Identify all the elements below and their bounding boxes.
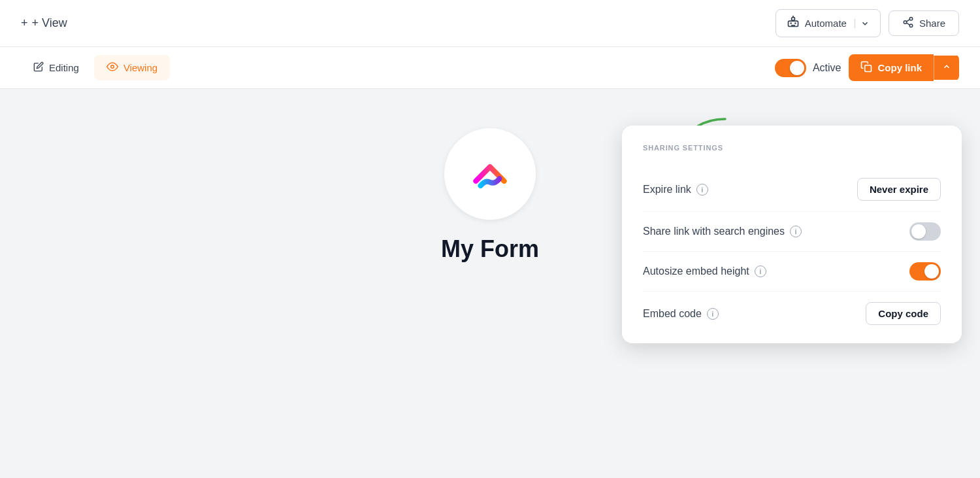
form-logo: [444, 128, 536, 220]
embed-code-row: Embed code i Copy code: [643, 292, 941, 325]
chevron-up-icon: [942, 62, 951, 73]
tab-editing[interactable]: Editing: [21, 56, 91, 80]
automate-label: Automate: [805, 18, 847, 29]
embed-code-label: Embed code: [643, 308, 702, 320]
embed-code-info-icon[interactable]: i: [707, 308, 719, 320]
active-label: Active: [813, 62, 841, 74]
autosize-row: Autosize embed height i: [643, 252, 941, 292]
share-label: Share: [919, 18, 945, 29]
svg-line-10: [906, 20, 909, 22]
copy-code-button[interactable]: Copy code: [866, 302, 941, 325]
autosize-info-icon[interactable]: i: [755, 265, 766, 277]
view-tabs-bar: Editing Viewing Active Copy link: [0, 47, 980, 89]
copy-link-label: Copy link: [877, 62, 922, 73]
svg-line-9: [906, 23, 909, 25]
sharing-settings-title: SHARING SETTINGS: [643, 144, 941, 152]
copy-link-chevron-button[interactable]: [934, 56, 959, 80]
toggle-knob: [790, 61, 804, 75]
copy-code-label: Copy code: [878, 308, 928, 319]
add-view-button[interactable]: + + View: [21, 16, 67, 30]
never-expire-button[interactable]: Never expire: [857, 178, 941, 201]
copy-link-button[interactable]: Copy link: [849, 54, 934, 81]
eye-icon: [106, 61, 118, 75]
search-engines-toggle-slider: [909, 222, 941, 241]
sharing-dropdown: SHARING SETTINGS Expire link i Never exp…: [622, 126, 962, 343]
search-engines-toggle-knob: [911, 224, 926, 239]
expire-link-label-group: Expire link i: [643, 184, 708, 196]
search-engines-label: Share link with search engines: [643, 226, 785, 237]
search-engines-label-group: Share link with search engines i: [643, 226, 802, 237]
clickup-logo-svg: [466, 150, 514, 197]
share-button[interactable]: Share: [889, 10, 959, 36]
copy-link-icon: [860, 61, 872, 75]
never-expire-label: Never expire: [870, 184, 928, 195]
svg-rect-12: [865, 65, 872, 72]
expire-link-label: Expire link: [643, 184, 691, 196]
expire-link-row: Expire link i Never expire: [643, 167, 941, 212]
active-toggle-group: Active: [775, 59, 841, 77]
autosize-toggle-slider: [909, 262, 941, 281]
editing-label: Editing: [49, 62, 79, 73]
active-toggle[interactable]: [775, 59, 806, 77]
main-content: My Form SHARING SETTINGS Expire link i N…: [0, 89, 980, 478]
robot-icon: [787, 15, 800, 31]
top-bar: + + View Automate: [0, 0, 980, 47]
search-engines-toggle[interactable]: [909, 222, 941, 241]
tab-viewing[interactable]: Viewing: [94, 55, 170, 80]
autosize-label-group: Autosize embed height i: [643, 265, 766, 277]
expire-link-info-icon[interactable]: i: [696, 184, 708, 196]
autosize-label: Autosize embed height: [643, 265, 749, 277]
info-text-4: i: [711, 310, 713, 318]
plus-icon: +: [21, 16, 28, 30]
info-text-3: i: [759, 267, 761, 275]
share-icon: [902, 16, 914, 30]
autosize-toggle-knob: [924, 264, 939, 279]
svg-point-11: [111, 65, 114, 69]
viewing-label: Viewing: [123, 62, 157, 73]
toggle-slider: [775, 59, 806, 77]
embed-code-label-group: Embed code i: [643, 308, 719, 320]
info-text: i: [701, 186, 703, 194]
autosize-toggle[interactable]: [909, 262, 941, 281]
search-engines-row: Share link with search engines i: [643, 212, 941, 252]
info-text-2: i: [794, 228, 796, 235]
automate-button[interactable]: Automate: [776, 9, 881, 37]
search-engines-info-icon[interactable]: i: [790, 226, 802, 237]
view-tabs-right: Active Copy link: [775, 54, 959, 81]
copy-link-group: Copy link: [849, 54, 959, 81]
top-bar-right: Automate Share: [776, 9, 959, 37]
add-view-label: + View: [32, 16, 67, 30]
pencil-icon: [33, 61, 44, 74]
automate-chevron-icon: [855, 19, 870, 28]
form-title: My Form: [441, 235, 539, 263]
view-tabs-left: Editing Viewing: [21, 55, 170, 80]
